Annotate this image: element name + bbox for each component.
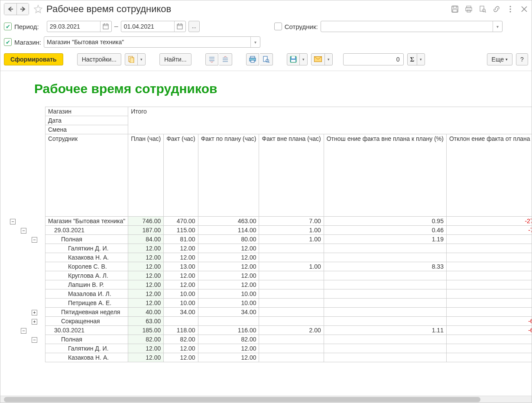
svg-rect-34 (251, 60, 254, 62)
generate-button[interactable]: Сформировать (4, 53, 63, 65)
expand-all-button[interactable] (205, 53, 218, 65)
sigma-button[interactable]: Σ ▾ (407, 53, 425, 65)
group-header-employee: Сотрудник (45, 134, 128, 217)
chevron-down-icon[interactable]: ▾ (493, 21, 502, 32)
more-vert-icon[interactable] (506, 5, 514, 13)
svg-rect-5 (467, 6, 471, 8)
chevron-down-icon[interactable]: ▾ (417, 54, 425, 65)
row-name: Полная (45, 335, 128, 344)
cell-value: 1.19 (324, 235, 446, 244)
cell-value: 1.00 (446, 262, 532, 271)
employee-combo[interactable]: ▾ (321, 21, 503, 32)
calendar-icon[interactable] (174, 21, 185, 32)
group-header-shift: Смена (45, 125, 128, 134)
table-row[interactable]: Петрищев А. Е.12.0010.0010.00-2.0083.33-… (7, 299, 532, 308)
cell-value: 116.00 (198, 326, 259, 335)
save-split-button[interactable]: ▾ (287, 53, 308, 65)
period-checkbox[interactable]: ✔ (4, 23, 12, 30)
cell-value: 115.00 (164, 226, 198, 235)
settings-button[interactable]: Настройки... (77, 53, 121, 65)
expand-toggle[interactable]: + (32, 310, 37, 315)
chevron-down-icon[interactable]: ▾ (299, 54, 307, 65)
mail-split-button[interactable]: ▾ (311, 53, 333, 65)
print-header-icon[interactable] (465, 5, 473, 13)
find-button[interactable]: Найти... (159, 53, 191, 65)
table-row[interactable]: −Магазин "Бытовая техника"746.00470.0046… (7, 217, 532, 226)
table-row[interactable]: +Пятидневная неделя40.0034.0034.00-6.008… (7, 308, 532, 317)
table-row[interactable]: Галяткин Д. И.12.0012.0012.00100.00100.0… (7, 244, 532, 253)
svg-point-12 (509, 8, 511, 10)
close-icon[interactable] (520, 5, 528, 13)
cell-value: 1.00 (259, 226, 324, 235)
table-row[interactable]: +Сокращенная63.00-63.00-63.00 (7, 317, 532, 326)
table-row[interactable]: −30.03.2021185.00118.00116.002.001.11-67… (7, 326, 532, 335)
cell-value: 12.00 (198, 271, 259, 280)
horizontal-scrollbar[interactable] (0, 396, 532, 403)
store-checkbox[interactable]: ✔ (4, 38, 12, 46)
chevron-down-icon[interactable]: ▾ (250, 37, 260, 47)
store-combo[interactable]: Магазин "Бытовая техника" ▾ (44, 36, 260, 48)
chevron-down-icon[interactable]: ▾ (324, 54, 332, 65)
help-button[interactable]: ? (516, 53, 528, 65)
cell-value (446, 253, 532, 262)
row-name: Магазин "Бытовая техника" (45, 217, 128, 226)
cell-value: 84.00 (128, 235, 164, 244)
cell-value: 12.00 (198, 344, 259, 353)
cell-value (259, 353, 324, 362)
cell-value: 81.00 (164, 235, 198, 244)
collapse-toggle[interactable]: − (21, 228, 26, 234)
cell-value: 12.00 (164, 271, 198, 280)
calendar-icon[interactable] (100, 21, 111, 32)
row-name: Галяткин Д. И. (45, 244, 128, 253)
favorite-star-icon[interactable] (32, 3, 44, 15)
table-row[interactable]: Мазалова И. Л.12.0010.0010.00-2.0083.33-… (7, 289, 532, 299)
employee-checkbox[interactable] (274, 23, 282, 30)
period-end-input[interactable]: 01.04.2021 (121, 21, 186, 32)
cell-value (324, 299, 446, 308)
row-name: Лапшин В. Р. (45, 280, 128, 289)
table-row[interactable]: Круглова А. Л.12.0012.0012.00100.00100.0… (7, 271, 532, 280)
more-button[interactable]: Еще ▾ (487, 53, 513, 65)
period-ellipsis-button[interactable]: ... (188, 21, 200, 32)
table-row[interactable]: Казакова Н. А.12.0012.0012.00100.00100.0… (7, 253, 532, 262)
save-header-icon[interactable] (451, 5, 459, 13)
collapse-toggle[interactable]: − (32, 237, 37, 243)
table-row[interactable]: −Полная84.0081.0080.001.001.19-3.0096.43… (7, 235, 532, 244)
cell-value (446, 271, 532, 280)
cell-value (446, 353, 532, 362)
cell-value (324, 244, 446, 253)
paste-variant-button[interactable]: ▾ (125, 53, 146, 65)
table-row[interactable]: Галяткин Д. И.12.0012.0012.00100.00100.0… (7, 344, 532, 353)
collapse-all-button[interactable] (219, 53, 232, 65)
print-preview-button[interactable] (260, 53, 273, 65)
nav-back-button[interactable] (4, 3, 16, 15)
cell-value: 12.00 (128, 289, 164, 299)
expand-toggle[interactable]: + (32, 319, 37, 325)
report-viewport[interactable]: Рабочее время сотрудников Магазин Итого … (0, 71, 532, 396)
collapse-toggle[interactable]: − (10, 219, 16, 224)
table-row[interactable]: −29.03.2021187.00115.00114.001.000.46-72… (7, 226, 532, 235)
group-header-store: Магазин (45, 107, 128, 116)
print-button[interactable] (246, 53, 259, 65)
chevron-down-icon[interactable]: ▾ (137, 54, 145, 65)
collapse-toggle[interactable]: − (21, 328, 26, 334)
cell-value (164, 317, 198, 326)
cell-value: 12.00 (128, 280, 164, 289)
table-row[interactable]: Казакова Н. А.12.0012.0012.00100.00100.0… (7, 353, 532, 362)
table-row[interactable]: Королев С. В.12.0013.0012.001.008.331.00… (7, 262, 532, 271)
table-row[interactable]: −Полная82.0082.0082.00100.00100.00 (7, 335, 532, 344)
nav-forward-button[interactable] (16, 3, 29, 15)
cell-value (259, 253, 324, 262)
cell-value (198, 317, 259, 326)
table-row[interactable]: Лапшин В. Р.12.0012.0012.00100.00100.00 (7, 280, 532, 289)
cell-value (259, 317, 324, 326)
cell-value: 63.00 (128, 317, 164, 326)
group-header-date: Дата (45, 116, 128, 125)
period-start-input[interactable]: 29.03.2021 (47, 21, 112, 32)
cell-value: 12.00 (198, 253, 259, 262)
collapse-toggle[interactable]: − (32, 337, 37, 343)
preview-header-icon[interactable] (479, 5, 487, 13)
cell-value: 12.00 (128, 253, 164, 262)
link-header-icon[interactable] (493, 5, 500, 13)
cell-value: 114.00 (198, 226, 259, 235)
